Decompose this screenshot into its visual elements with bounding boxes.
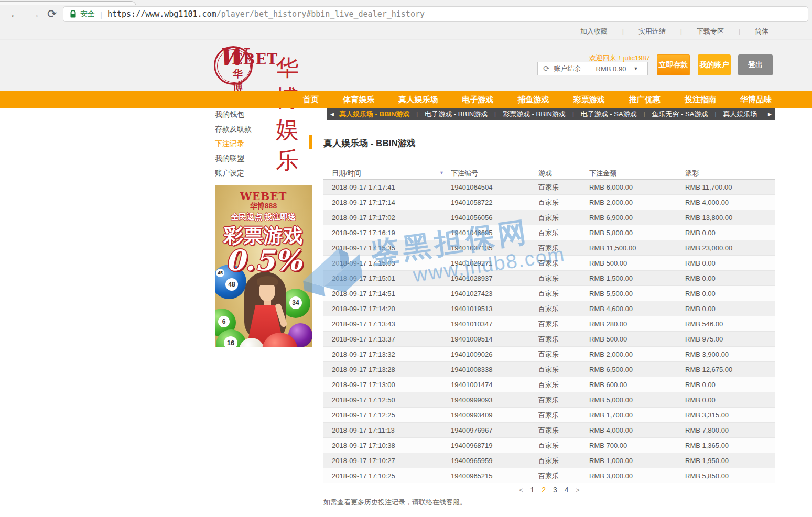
table-row: 2018-09-17 17:13:4319401010347百家乐RMB 280…	[323, 316, 775, 332]
topbar-link[interactable]: 加入收藏	[578, 27, 610, 36]
nav-item[interactable]: 捕鱼游戏	[518, 95, 549, 105]
nav-item[interactable]: 彩票游戏	[573, 95, 605, 105]
sidebar-item[interactable]: 我的联盟	[215, 151, 304, 166]
table-cell: RMB 0.00	[685, 271, 716, 286]
subnav-tab[interactable]: 电子游戏 - BBIN游戏	[425, 109, 488, 119]
nav-item[interactable]: 首页	[303, 95, 319, 105]
table-cell: RMB 546.00	[685, 316, 723, 332]
table-cell: 百家乐	[538, 347, 559, 362]
nav-item[interactable]: 真人娱乐场	[398, 95, 438, 105]
balance-dropdown[interactable]: ⟳ 账户结余 RMB 0.90 ▼	[537, 62, 648, 75]
nav-item[interactable]: 华博品味	[740, 95, 772, 105]
ad-banner[interactable]: WEBET 华博888 全民返点 投注即送 彩票游戏 0.5% 45 48 34…	[215, 185, 312, 347]
subnav-tab[interactable]: 彩票游戏 - BBIN游戏	[503, 109, 566, 119]
subnav-next-icon[interactable]: ▶	[768, 108, 772, 120]
refresh-balance-icon[interactable]: ⟳	[543, 64, 550, 73]
divider: |	[739, 28, 740, 35]
ball-number: 6	[218, 316, 230, 327]
column-header[interactable]: 下注金额	[589, 166, 616, 180]
nav-item[interactable]: 电子游戏	[462, 95, 493, 105]
topbar-link[interactable]: 下载专区	[695, 27, 726, 36]
reload-button[interactable]: ⟳	[47, 6, 57, 23]
sidebar-item[interactable]: 下注记录	[215, 136, 304, 151]
table-cell: 19401058722	[451, 195, 493, 210]
page-number[interactable]: 2	[542, 486, 546, 494]
topbar-link[interactable]: 实用连结	[636, 27, 668, 36]
browser-tab[interactable]	[0, 1, 136, 5]
column-header[interactable]: 日期/时间	[332, 166, 361, 180]
table-cell: 2018-09-17 17:12:25	[332, 408, 395, 423]
sub-nav-bar: ◀ 真人娱乐场 - BBIN游戏|电子游戏 - BBIN游戏|彩票游戏 - BB…	[327, 108, 775, 120]
table-cell: 2018-09-17 17:15:03	[332, 256, 395, 271]
logout-button[interactable]: 登出	[738, 54, 773, 75]
table-row: 2018-09-17 17:11:1319400976967百家乐RMB 4,0…	[323, 423, 775, 438]
ad-logo: WEBET 华博888	[215, 190, 312, 211]
table-cell: RMB 1,500.00	[589, 271, 633, 286]
main-nav-bar: 首页体育娱乐真人娱乐场电子游戏捕鱼游戏彩票游戏推广优惠投注指南华博品味	[0, 91, 812, 108]
table-cell: RMB 1,365.00	[685, 438, 729, 453]
ad-model-hair-fringe	[257, 276, 278, 285]
table-cell: RMB 1,000.00	[589, 453, 633, 468]
table-cell: RMB 7,800.00	[685, 423, 729, 438]
ball-number: 34	[289, 296, 302, 309]
table-cell: RMB 0.00	[685, 392, 716, 408]
divider: |	[572, 111, 574, 117]
balance-label: 账户结余	[554, 64, 581, 73]
subnav-tab[interactable]: 真人娱乐场 - BBIN游戏	[339, 109, 409, 119]
my-account-button[interactable]: 我的账户	[698, 54, 731, 75]
table-header-row: 日期/时间下注编号游戏下注金额派彩▼	[323, 166, 775, 180]
table-cell: RMB 0.00	[685, 301, 716, 316]
address-bar[interactable]: 安全 | https://www.wbg1101.com/player/bet_…	[63, 6, 808, 22]
subnav-tab[interactable]: 真人娱乐场	[723, 109, 757, 119]
table-cell: RMB 600.00	[589, 377, 627, 392]
subnav-prev-icon[interactable]: ◀	[330, 108, 334, 120]
forward-button[interactable]: →	[29, 6, 40, 23]
ad-brand: WEBET	[215, 190, 312, 203]
table-cell: RMB 13,800.00	[685, 210, 732, 225]
nav-item[interactable]: 投注指南	[685, 95, 716, 105]
subnav-tab[interactable]: 鱼乐无穷 - SA游戏	[652, 109, 708, 119]
table-cell: RMB 5,800.00	[589, 225, 633, 240]
table-cell: 19401027423	[451, 286, 493, 301]
table-row: 2018-09-17 17:17:1419401058722百家乐RMB 2,0…	[323, 195, 775, 210]
table-cell: 2018-09-17 17:15:01	[332, 271, 395, 286]
table-row: 2018-09-17 17:12:5019400999093百家乐RMB 5,0…	[323, 392, 775, 408]
balance-value: RMB 0.90	[596, 65, 626, 73]
table-cell: 百家乐	[538, 301, 559, 316]
column-header[interactable]: 派彩	[685, 166, 699, 180]
divider: |	[494, 111, 496, 117]
subnav-tab[interactable]: 电子游戏 - SA游戏	[581, 109, 637, 119]
sidebar-item[interactable]: 账户设定	[215, 166, 304, 180]
sidebar-item[interactable]: 我的钱包	[215, 107, 304, 122]
page-number[interactable]: 3	[553, 486, 557, 494]
nav-item[interactable]: 体育娱乐	[343, 95, 374, 105]
table-cell: RMB 975.00	[685, 332, 723, 347]
lock-icon[interactable]	[70, 10, 77, 18]
table-cell: 2018-09-17 17:13:32	[332, 347, 395, 362]
prev-page[interactable]: <	[519, 487, 523, 494]
ball-number: 48	[225, 278, 238, 291]
table-cell: 19400965215	[451, 468, 493, 483]
table-cell: 2018-09-17 17:17:14	[332, 195, 395, 210]
table-cell: 2018-09-17 17:10:38	[332, 438, 395, 453]
table-cell: RMB 4,600.00	[589, 301, 633, 316]
sort-desc-icon[interactable]: ▼	[439, 166, 444, 180]
column-header[interactable]: 游戏	[538, 166, 552, 180]
table-cell: 19401009026	[451, 347, 493, 362]
table-row: 2018-09-17 17:10:3819400968719百家乐RMB 700…	[323, 438, 775, 453]
page-number[interactable]: 4	[565, 486, 569, 494]
sidebar-item[interactable]: 存款及取款	[215, 122, 304, 136]
table-cell: RMB 23,000.00	[685, 240, 732, 256]
ad-line3: 0.5%	[215, 244, 312, 277]
next-page[interactable]: >	[576, 487, 580, 494]
table-cell: 百家乐	[538, 438, 559, 453]
table-cell: RMB 0.00	[685, 256, 716, 271]
topbar-link[interactable]: 简体	[753, 27, 771, 36]
page-number[interactable]: 1	[530, 486, 534, 494]
deposit-button[interactable]: 立即存款	[657, 54, 690, 75]
back-button[interactable]: ←	[9, 6, 21, 23]
divider: |	[680, 28, 682, 35]
column-header[interactable]: 下注编号	[451, 166, 478, 180]
nav-item[interactable]: 推广优惠	[629, 95, 661, 105]
table-cell: 百家乐	[538, 210, 559, 225]
